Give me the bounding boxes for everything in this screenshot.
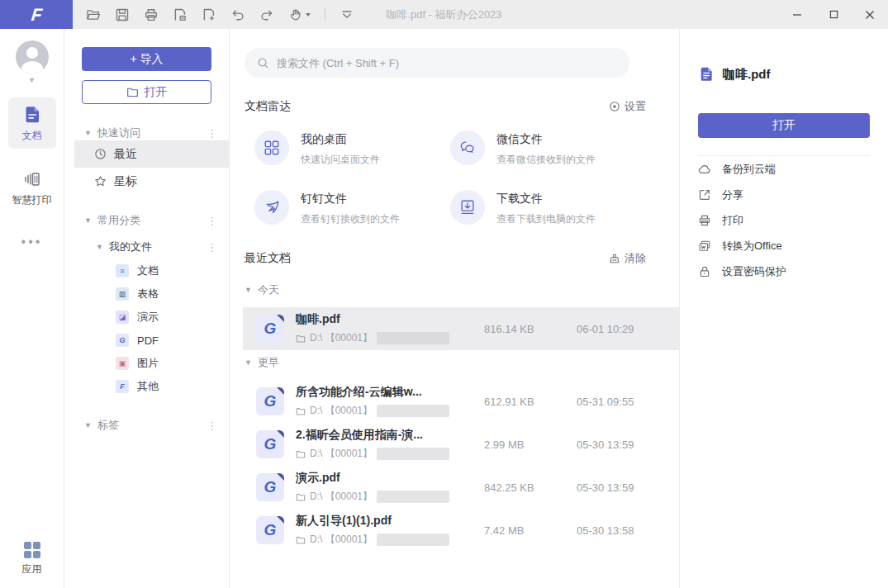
categories-label: 常用分类	[97, 213, 140, 228]
search-bar[interactable]	[245, 48, 629, 78]
radar-item-wechat[interactable]: 微信文件 查看微信接收到的文件	[450, 130, 646, 167]
detail-panel: 咖啡.pdf 打开 备份到云端 分享 打印	[679, 29, 888, 588]
my-files-label: 我的文件	[109, 239, 152, 254]
action-print[interactable]: 打印	[698, 207, 870, 233]
open-button-label: 打开	[145, 85, 168, 100]
undo-icon[interactable]	[230, 7, 245, 22]
file-row[interactable]: G 演示.pdf D:\ 【00001】 842.25 KB 05-30 13:…	[243, 466, 679, 509]
group-earlier[interactable]: ▼ 更早	[245, 355, 679, 370]
radar-item-downloads[interactable]: 下载文件 查看下载到电脑的文件	[450, 190, 646, 226]
recent-label: 最近	[114, 147, 137, 162]
radar-header: 文档雷达 设置	[245, 99, 646, 114]
nav-item-starred[interactable]: 星标	[74, 168, 229, 195]
rail-item-documents[interactable]: 文档	[8, 97, 56, 149]
rail-more-button[interactable]: •••	[21, 235, 43, 249]
cat-item-sheets[interactable]: ▥ 表格	[74, 282, 229, 306]
hand-tool-dropdown-caret[interactable]	[306, 13, 311, 17]
redo-icon[interactable]	[259, 7, 274, 22]
nav-item-recent[interactable]: 最近	[74, 140, 229, 168]
radar-item-subtitle: 快速访问桌面文件	[301, 153, 380, 167]
chevron-down-icon[interactable]: ▼	[245, 358, 252, 367]
pdf-file-icon: G	[256, 516, 284, 544]
file-name: 演示.pdf	[296, 471, 484, 486]
categories-menu-icon[interactable]: ⋮	[207, 215, 217, 227]
open-file-icon[interactable]	[86, 7, 101, 22]
rail-smart-print-label: 智慧打印	[12, 193, 52, 207]
rail-item-apps[interactable]: 应用	[22, 542, 42, 576]
maximize-button[interactable]	[815, 0, 852, 29]
redacted-path-segment	[377, 448, 449, 460]
open-button[interactable]: 打开	[82, 80, 211, 104]
radar-item-subtitle: 查看钉钉接收到的文件	[301, 212, 400, 226]
group-today[interactable]: ▼ 今天	[245, 282, 679, 297]
page-remove-icon[interactable]	[173, 7, 188, 22]
action-backup-cloud[interactable]: 备份到云端	[698, 156, 870, 182]
clear-recent-button[interactable]: 清除	[609, 251, 646, 266]
folder-icon	[296, 334, 306, 344]
print-icon[interactable]	[144, 7, 159, 22]
section-categories[interactable]: ▼ 常用分类 ⋮	[64, 213, 229, 228]
star-icon	[93, 175, 107, 188]
page-add-icon[interactable]	[202, 7, 216, 22]
my-files-menu-icon[interactable]: ⋮	[207, 241, 217, 254]
cat-item-other[interactable]: F 其他	[74, 375, 229, 398]
hand-tool-icon[interactable]	[288, 7, 311, 22]
radar-item-dingtalk[interactable]: 钉钉文件 查看钉钉接收到的文件	[254, 190, 450, 226]
chevron-down-icon[interactable]: ▼	[84, 129, 92, 137]
redacted-path-segment	[377, 405, 449, 417]
cat-docs-label: 文档	[137, 263, 159, 278]
file-date: 05-30 13:59	[577, 481, 679, 494]
cat-item-docs[interactable]: ≡ 文档	[74, 259, 229, 282]
pdf-file-icon: G	[256, 315, 284, 343]
cat-item-pdf[interactable]: G PDF	[74, 329, 229, 352]
chevron-down-icon[interactable]: ▼	[84, 216, 92, 225]
share-icon	[698, 188, 711, 202]
action-label: 设置密码保护	[722, 264, 786, 279]
cat-item-slides[interactable]: ◪ 演示	[74, 306, 229, 329]
section-tags[interactable]: ▼ 标签 ⋮	[64, 418, 229, 433]
search-input[interactable]	[277, 57, 617, 69]
redacted-path-segment	[377, 491, 449, 503]
left-rail: ▼ 文档 智慧打印 ••• 应用	[0, 29, 64, 588]
avatar[interactable]	[16, 40, 49, 74]
section-my-files[interactable]: ▼ 我的文件 ⋮	[64, 235, 229, 259]
cat-item-images[interactable]: ▣ 图片	[74, 352, 229, 375]
cat-other-label: 其他	[137, 379, 159, 394]
save-icon[interactable]	[115, 7, 130, 22]
recent-header: 最近文档 清除	[245, 251, 646, 266]
section-quick-access[interactable]: ▼ 快速访问 ⋮	[64, 126, 229, 140]
action-convert-office[interactable]: 转换为Office	[698, 233, 870, 258]
avatar-menu-chevron[interactable]: ▼	[28, 76, 36, 84]
file-row[interactable]: G 所含功能介绍-云编辑w... D:\ 【00001】 612.91 KB 0…	[243, 380, 679, 423]
radar-settings-button[interactable]: 设置	[609, 99, 646, 114]
action-share[interactable]: 分享	[698, 182, 870, 207]
detail-open-button[interactable]: 打开	[698, 113, 870, 138]
file-row[interactable]: G 咖啡.pdf D:\ 【00001】 816.14 KB 06-01 10:…	[243, 307, 679, 350]
quick-access-menu-icon[interactable]: ⋮	[207, 127, 217, 140]
tags-menu-icon[interactable]: ⋮	[207, 420, 217, 432]
chevron-down-icon[interactable]: ▼	[84, 421, 92, 429]
radar-item-title: 我的桌面	[301, 132, 380, 147]
action-password-protect[interactable]: 设置密码保护	[698, 258, 870, 284]
rail-item-smart-print[interactable]: 智慧打印	[8, 162, 56, 213]
foxit-logo[interactable]: F	[0, 0, 73, 29]
collapse-toolbar-icon[interactable]	[340, 7, 354, 22]
folder-icon	[296, 492, 306, 502]
clock-icon	[93, 148, 107, 161]
file-path: D:\ 【00001】	[310, 331, 373, 345]
file-row[interactable]: G 2.福昕会员使用指南-演... D:\ 【00001】 2.99 MB 05…	[243, 423, 679, 466]
apps-grid-icon	[24, 542, 40, 558]
file-row[interactable]: G 新人引导(1)(1).pdf D:\ 【00001】 7.42 MB 05-…	[243, 509, 679, 552]
cat-pdf-label: PDF	[137, 334, 159, 347]
radar-item-title: 钉钉文件	[301, 192, 400, 206]
chevron-down-icon[interactable]: ▼	[245, 286, 252, 294]
import-button[interactable]: + 导入	[82, 47, 211, 71]
chevron-down-icon[interactable]: ▼	[96, 243, 103, 251]
close-button[interactable]	[852, 0, 888, 29]
quick-toolbar	[86, 7, 354, 22]
recent-title: 最近文档	[245, 251, 291, 266]
desktop-grid-icon	[254, 130, 289, 165]
cat-slides-label: 演示	[137, 310, 159, 325]
radar-item-desktop[interactable]: 我的桌面 快速访问桌面文件	[254, 130, 450, 167]
minimize-button[interactable]	[779, 0, 815, 29]
